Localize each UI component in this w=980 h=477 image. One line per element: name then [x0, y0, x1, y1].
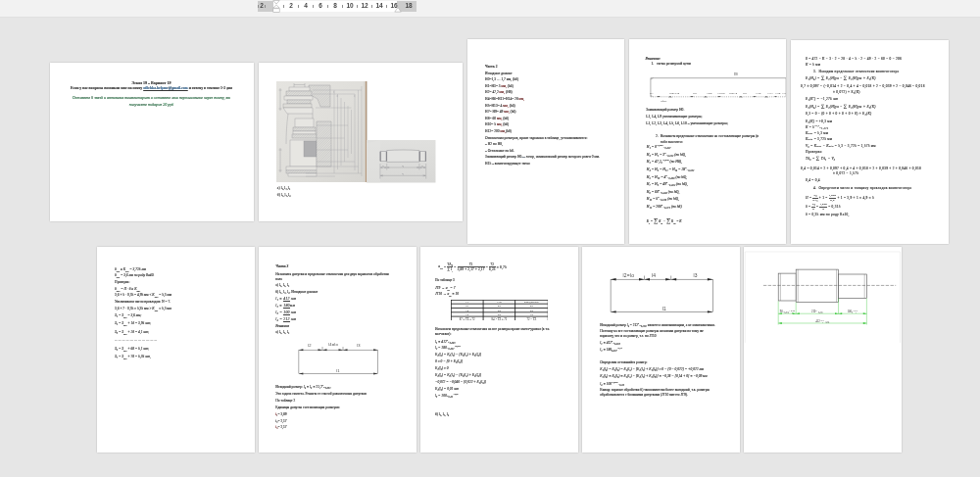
svg-text:Н5: Н5 — [693, 92, 697, 95]
svg-text:Н9Н10: Н9Н10 — [729, 92, 738, 95]
svg-text:27: 27 — [466, 305, 468, 308]
svg-text:l1: l1 — [662, 308, 666, 312]
svg-text:22: 22 — [530, 309, 533, 311]
svg-text:Н6о: Н6о — [707, 92, 711, 95]
svg-text:ЈТ: ЈТ — [466, 301, 468, 304]
svg-text:l2: l2 — [308, 343, 312, 348]
svg-text:10: 10 — [466, 309, 468, 311]
svg-text:Н2и3Н4: Н2и3Н4 — [669, 92, 679, 95]
svg-text:40: 40 — [498, 305, 501, 308]
svg-text:22: 22 — [498, 309, 501, 311]
svg-text:l₁: l₁ — [403, 172, 405, 175]
svg-text:10: 10 — [530, 313, 533, 316]
svg-text:l4: l4 — [652, 273, 656, 278]
svg-text:Н14: Н14 — [775, 92, 780, 95]
svg-text:Обозн: Обозн — [661, 100, 667, 103]
svg-text:15: 15 — [466, 313, 468, 316]
svg-text:l4=lo: l4=lo — [328, 343, 338, 348]
svg-text:Н1: Н1 — [650, 92, 654, 95]
svg-text:l3: l3 — [357, 343, 361, 348]
svg-text:40: 40 — [530, 305, 533, 308]
svg-text:l2=lo: l2=lo — [623, 274, 635, 279]
svg-text:Н12: Н12 — [756, 92, 760, 95]
svg-text:Коридорчики: Коридорчики — [524, 301, 540, 304]
svg-text:Н11: Н11 — [743, 92, 748, 95]
svg-text:84 > ТΣ ≥ 72: 84 > ТΣ ≥ 72 — [491, 316, 507, 320]
svg-text:l3: l3 — [694, 274, 698, 279]
svg-text:l1: l1 — [336, 369, 340, 374]
svg-text:l₂: l₂ — [383, 165, 385, 167]
svg-text:Н13: Н13 — [767, 92, 772, 95]
svg-text:ЈТВ: ЈТВ — [497, 301, 502, 304]
svg-text:Н0: Н0 — [734, 73, 738, 77]
svg-text:l₃: l₃ — [422, 165, 424, 167]
svg-text:l₄: l₄ — [403, 165, 405, 167]
svg-text:Н15: Н15 — [782, 92, 786, 95]
svg-text:87 ≤ ТΣ ≤ 72: 87 ≤ ТΣ ≤ 72 — [460, 316, 475, 320]
svg-text:Н7Н8: Н7Н8 — [717, 92, 724, 95]
svg-text:72 = ТΣ: 72 = ТΣ — [527, 316, 537, 320]
svg-text:22: 22 — [498, 313, 501, 316]
